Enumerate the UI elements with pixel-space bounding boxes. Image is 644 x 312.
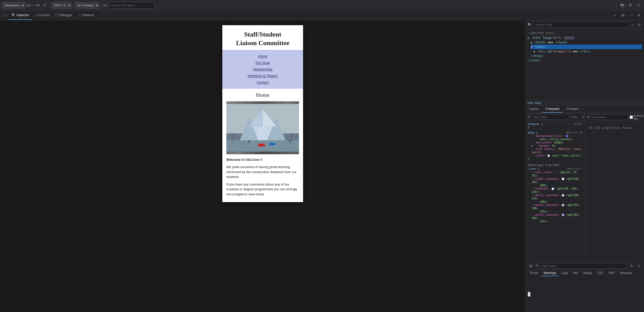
pick-element-button[interactable]: ⬡ bbox=[2, 12, 9, 19]
console-tab-logs[interactable]: Logs bbox=[559, 270, 570, 276]
body-container: ▼ <body> ▶ <div id="wrapper"> ▪▪▪ </div>… bbox=[531, 45, 642, 58]
svg-point-19 bbox=[248, 140, 250, 141]
search-html-input[interactable] bbox=[533, 22, 628, 28]
html-close-line[interactable]: </html> bbox=[528, 58, 642, 63]
head-line[interactable]: ▶ <head> ▪▪▪ </head> bbox=[531, 40, 642, 45]
html-tag: <html bbox=[532, 36, 541, 40]
html-toggle[interactable]: ▶ bbox=[528, 36, 529, 40]
console-icon: ≡ bbox=[35, 13, 37, 17]
lightlav-swatch[interactable] bbox=[562, 178, 564, 180]
body-children: ▶ <div id="wrapper"> ▪▪▪ </div> bbox=[534, 49, 642, 54]
touch-button[interactable]: ☞ bbox=[607, 2, 614, 9]
building-svg bbox=[226, 101, 299, 154]
root-source: main.css:1 bbox=[567, 167, 582, 170]
preview-nav[interactable]: Home Our Goal Membership Meetings & Pape… bbox=[222, 50, 303, 89]
settings-button[interactable]: ⚙ bbox=[627, 2, 634, 9]
dark1lav-swatch[interactable] bbox=[562, 194, 564, 197]
body-close-line[interactable]: </body> bbox=[531, 54, 642, 58]
scroll-badge: scroll bbox=[564, 36, 575, 40]
network-icon: ↑↓ bbox=[78, 13, 82, 17]
nav-meetings[interactable]: Meetings & Papers bbox=[222, 73, 303, 79]
add-node-button[interactable]: + bbox=[630, 22, 635, 27]
nav-membership[interactable]: Membership bbox=[222, 66, 303, 73]
wrapper-toggle[interactable]: ▶ bbox=[534, 50, 535, 53]
tab-console[interactable]: ≡ Console bbox=[32, 11, 52, 20]
dark4lav-swatch[interactable] bbox=[562, 214, 564, 216]
css-panels: ⚗ :hov .cls + ☀ 🌙 ⊞ ⋯ element { inline bbox=[526, 113, 644, 262]
computed-filter-input[interactable] bbox=[590, 114, 629, 120]
ua-input[interactable] bbox=[109, 2, 154, 9]
svg-rect-18 bbox=[270, 143, 275, 145]
preview-header: Staff/StudentLiaison Committee bbox=[222, 25, 303, 50]
console-label: Console bbox=[38, 13, 49, 17]
console-settings-button[interactable]: ⚙ bbox=[628, 263, 634, 269]
console-tab-debug[interactable]: Debug bbox=[580, 270, 594, 276]
dpr-select[interactable]: DPR: 1.5 bbox=[51, 2, 71, 9]
rotate-button[interactable]: ⟳ bbox=[41, 2, 48, 9]
dimension-x: × bbox=[32, 4, 34, 7]
throttle-select[interactable]: No Throttling bbox=[75, 2, 99, 9]
console-tab-warnings[interactable]: Warnings bbox=[541, 270, 559, 276]
breadcrumb-html[interactable]: html bbox=[528, 101, 533, 104]
bg-swatch[interactable] bbox=[566, 135, 568, 137]
browser-styles-label[interactable]: Browser Sty... bbox=[630, 114, 644, 120]
wrapper-line[interactable]: ▶ <div id="wrapper"> ▪▪▪ </div> bbox=[534, 49, 642, 54]
console-tab-info[interactable]: Info bbox=[570, 270, 580, 276]
tab-layout[interactable]: Layout bbox=[526, 106, 542, 113]
breadcrumb-sep: › bbox=[533, 101, 534, 104]
responsive-toggle[interactable]: ⊞ bbox=[619, 12, 626, 19]
tab-inspector[interactable]: 🔍 Inspector bbox=[9, 11, 32, 20]
console-tab-xhr[interactable]: XHR bbox=[606, 270, 617, 276]
para-1: We pride ourselves in having great teach… bbox=[226, 165, 299, 179]
responsive-select[interactable]: Responsive bbox=[2, 2, 25, 9]
no-props-message: No CSS properties found. bbox=[587, 123, 642, 133]
cls-button[interactable]: .cls bbox=[580, 115, 585, 119]
expand-all-button[interactable]: ⊞ bbox=[636, 22, 642, 27]
hov-button[interactable]: :hov bbox=[570, 115, 579, 119]
console-tab-requests[interactable]: Requests bbox=[617, 270, 635, 276]
head-toggle[interactable]: ▶ bbox=[531, 41, 532, 44]
html-open-line[interactable]: ▶ <html lang="en"> scroll bbox=[528, 36, 642, 40]
body-open-line[interactable]: ▼ <body> bbox=[531, 45, 642, 49]
overflow-button[interactable]: ⋯ bbox=[627, 12, 634, 19]
doctype-text: <!DOCTYPE html> bbox=[528, 32, 555, 35]
nav-goal[interactable]: Our Goal bbox=[222, 59, 303, 66]
dark2lav-swatch[interactable] bbox=[562, 204, 564, 206]
tab-network[interactable]: ↑↓ Network bbox=[75, 11, 97, 20]
screenshot-button[interactable]: 📷 bbox=[619, 2, 626, 9]
welcome-heading: Welcome to SSLCom !! bbox=[226, 157, 299, 162]
search-icons: + ⊞ bbox=[630, 22, 642, 27]
html-close-tag: </html> bbox=[528, 59, 541, 62]
console-tab-css[interactable]: CSS bbox=[594, 270, 606, 276]
more-tabs-button[interactable]: » bbox=[611, 12, 618, 19]
tab-computed[interactable]: Computed bbox=[542, 106, 563, 113]
para-2: If you have any comments about any of ou… bbox=[226, 182, 299, 197]
tabs-end: » ⊞ ⋯ ✕ bbox=[611, 12, 642, 19]
css-prop-margin: ▶ margin: 0; bbox=[528, 144, 583, 147]
inline-label: inline bbox=[573, 122, 582, 125]
doctype-line[interactable]: <!DOCTYPE html> bbox=[528, 31, 642, 36]
toolbar: Responsive 320 × 781 ⟳ DPR: 1.5 No Throt… bbox=[0, 0, 644, 11]
color-swatch[interactable] bbox=[547, 154, 550, 157]
trash-button[interactable]: 🗑 bbox=[528, 263, 534, 269]
styles-filter-input[interactable] bbox=[531, 114, 569, 120]
browser-styles-checkbox[interactable] bbox=[630, 114, 633, 120]
nav-contact[interactable]: Contact bbox=[222, 79, 303, 86]
tab-changes[interactable]: Changes bbox=[563, 106, 582, 113]
close-button[interactable]: ✕ bbox=[635, 2, 642, 9]
console-close-button[interactable]: ✕ bbox=[636, 263, 642, 269]
console-filter-input[interactable] bbox=[540, 263, 627, 269]
console-tab-errors[interactable]: Errors bbox=[528, 270, 541, 276]
devtools-close[interactable]: ✕ bbox=[635, 12, 642, 19]
lavender-swatch[interactable] bbox=[552, 188, 554, 190]
css-prop-minwidth: min-width: 320px; bbox=[528, 141, 583, 144]
divider-3 bbox=[101, 3, 101, 8]
nav-home[interactable]: Home bbox=[222, 53, 303, 59]
breadcrumb-body[interactable]: body bbox=[535, 101, 541, 104]
console-expand-button[interactable]: » bbox=[528, 292, 530, 297]
console-tabs: Errors Warnings Logs Info Debug CSS XHR … bbox=[526, 270, 644, 276]
tab-debugger[interactable]: ⬡ Debugger bbox=[52, 11, 75, 20]
body-toggle[interactable]: ▼ bbox=[531, 45, 532, 49]
network-label: Network bbox=[83, 13, 94, 17]
textcolor-swatch[interactable] bbox=[555, 171, 558, 174]
